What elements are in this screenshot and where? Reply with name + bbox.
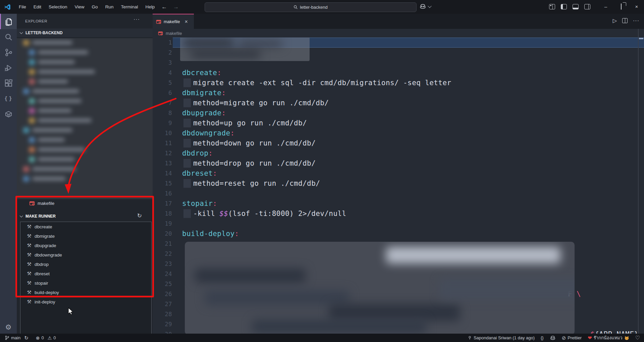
menu-terminal[interactable]: Terminal [117,0,142,14]
heart-outline-icon: ♡ [635,335,640,341]
window-controls: – × [601,4,641,9]
minimize-button[interactable]: – [601,4,610,9]
run-file-icon[interactable]: ▷ [613,17,617,24]
settings-gear-icon[interactable]: ⚙ [0,323,17,331]
breadcrumb-item: makefile [166,31,182,36]
make-target-dbdowngrade[interactable]: ⚒dbdowngrade [20,250,151,260]
close-tab-icon[interactable]: × [184,19,187,25]
menu-help[interactable]: Help [142,0,158,14]
make-target-dbmigrate[interactable]: ⚒dbmigrate [20,231,151,241]
tools-icon: ⚒ [26,280,33,286]
copilot-icon [419,3,426,10]
menu-file[interactable]: File [15,0,30,14]
makefile-icon [158,31,163,36]
activity-search-icon[interactable] [0,29,17,45]
forward-icon[interactable]: → [170,4,182,10]
make-runner-header[interactable]: MAKE RUNNER ↻ [17,212,153,221]
tab-makefile[interactable]: makefile × [153,14,194,29]
copilot-status[interactable] [550,335,556,341]
toggle-secondary-sidebar-icon[interactable] [584,4,590,9]
make-target-stopair[interactable]: ⚒stopair [20,278,151,288]
activity-container-icon[interactable] [0,106,17,122]
line-number: 14 [153,168,172,178]
warning-count: 0 [53,335,56,340]
editor-actions: ▷ ··· [613,17,639,24]
activity-source-control-icon[interactable] [0,45,17,60]
activity-bar: { } [0,14,17,334]
git-branch-icon [5,335,9,340]
editor-more-actions-icon[interactable]: ··· [633,18,639,24]
activity-explorer-icon[interactable] [0,14,17,29]
line-number: 18 [153,209,172,219]
explorer-title: EXPLORER [25,19,47,23]
split-editor-icon[interactable] [622,18,628,23]
make-target-label: build-deploy [35,290,59,295]
folder-section-header[interactable]: LETTER-BACKEND [17,28,153,37]
copilot-menu[interactable] [419,3,431,10]
line-number: 21 [153,239,172,249]
activity-braces-icon[interactable]: { } [0,91,17,106]
menu-edit[interactable]: Edit [30,0,45,14]
line-number: 24 [153,269,172,279]
line-number: 30 [153,329,172,334]
make-target-dbdrop[interactable]: ⚒dbdrop [20,260,151,269]
tools-icon: ⚒ [26,233,33,239]
make-target-init-deploy[interactable]: ⚒init-deploy [20,297,151,306]
tree-item-makefile[interactable]: makefile [17,198,153,208]
tree-item-label: makefile [38,201,54,206]
activity-run-debug-icon[interactable] [0,60,17,75]
line-number: 6 [153,88,172,98]
tab-whitespace [183,78,191,87]
line-number: 27 [153,299,172,309]
more-actions-icon[interactable]: ··· [133,16,140,22]
activity-extensions-icon[interactable] [0,75,17,91]
blame-text: Sapondanai Sriwan (1 day ago) [474,335,535,340]
tools-icon: ⚒ [26,299,33,305]
close-button[interactable]: × [632,4,641,9]
make-target-dbcreate[interactable]: ⚒dbcreate [20,222,151,231]
line-number: 28 [153,309,172,319]
make-target-dbupgrade[interactable]: ⚒dbupgrade [20,241,151,250]
code-line-8: 8dbupgrade: [153,108,644,118]
line-number: 9 [153,118,172,128]
restore-button[interactable] [616,4,626,9]
line-number: 19 [153,219,172,229]
make-target-build-deploy[interactable]: ⚒build-deploy [20,288,151,297]
warning-icon: ⚠ [48,335,52,341]
line-number: 3 [153,58,172,68]
toggle-panel-icon[interactable] [573,4,579,9]
branch-indicator[interactable]: main ↻ [5,335,29,341]
code-line-15: 15method=reset go run ./cmd/db/ [153,178,644,188]
code-editor[interactable]: 1234dbcreate:5migrate create -ext sql -d… [153,38,644,334]
make-target-label: dbdrop [35,262,49,267]
love-note-status[interactable]: ❤ ร๊ากกน้องแหมว [588,334,629,341]
chevron-down-icon [20,31,23,34]
customize-layout-icon[interactable] [549,4,555,9]
menu-go[interactable]: Go [88,0,102,14]
menu-bar: FileEditSelectionViewGoRunTerminalHelp [15,0,158,14]
back-icon[interactable]: ← [158,4,170,10]
menu-run[interactable]: Run [102,0,117,14]
code-line-7: 7method=migrate go run ./cmd/db/ [153,98,644,108]
branch-name: main [11,335,20,340]
line-number: 29 [153,319,172,329]
command-center-search[interactable]: letter-backend [205,2,417,12]
blame-indicator[interactable]: Sapondanai Sriwan (1 day ago) [468,335,535,340]
toggle-sidebar-icon[interactable] [561,4,567,9]
menu-view[interactable]: View [71,0,88,14]
breadcrumb[interactable]: makefile [153,29,644,38]
line-number: 7 [153,98,172,108]
sync-icon[interactable]: ↻ [24,335,29,341]
make-target-label: dbdowngrade [35,252,62,258]
prettier-status[interactable]: ⊘ Prettier [562,335,582,341]
line-number: 2 [153,48,172,58]
heart-outline-status[interactable]: ♡ [635,335,640,341]
refresh-icon[interactable]: ↻ [137,212,142,219]
line-number: 4 [153,68,172,78]
make-target-dbreset[interactable]: ⚒dbreset [20,269,151,278]
menu-selection[interactable]: Selection [45,0,71,14]
overview-ruler[interactable] [638,29,639,334]
make-target-label: dbmigrate [35,234,55,239]
braces-status[interactable]: {} [541,335,544,340]
problems-indicator[interactable]: ⊗ 0 ⚠ 0 [36,335,56,341]
